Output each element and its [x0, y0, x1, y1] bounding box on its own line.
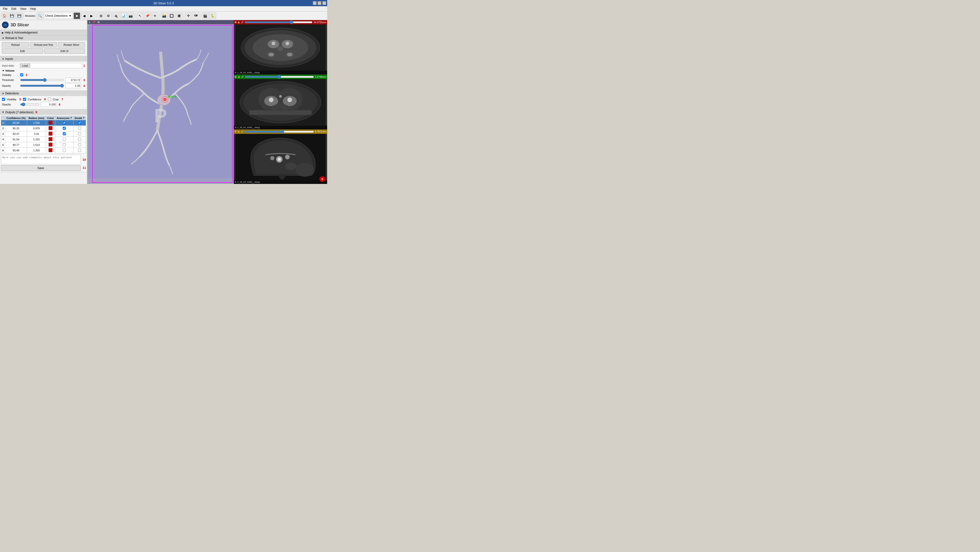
reload-button[interactable]: Reload [2, 42, 29, 48]
input-data-field[interactable] [30, 63, 82, 68]
detect-opacity-value[interactable] [41, 102, 56, 107]
threshold-value[interactable] [65, 78, 81, 83]
restart-slicer-button[interactable]: Restart Slicer [58, 42, 85, 48]
aneurysm-checkbox[interactable] [63, 143, 66, 146]
axial-slider[interactable] [245, 21, 313, 24]
detect-confidence-checkbox[interactable] [23, 98, 26, 101]
edit-ui-button[interactable]: Edit UI [44, 48, 85, 54]
doubt-cell[interactable] [73, 126, 86, 131]
toolbar-dark-btn[interactable]: ■ [73, 13, 80, 19]
save-button[interactable]: Save [1, 165, 81, 171]
section-detections-header[interactable]: ▼ Detections [0, 91, 87, 96]
opacity-slider[interactable] [20, 84, 64, 87]
doubt-checkbox[interactable] [78, 143, 81, 146]
annotation-7: 7 [62, 97, 63, 101]
toolbar-volume-button[interactable]: 📊 [120, 13, 127, 19]
doubt-cell[interactable] [73, 142, 86, 148]
section-help-header[interactable]: ▶ Help & Acknowledgement [0, 30, 87, 35]
detect-opacity-slider[interactable] [20, 103, 39, 106]
aneurysm-cell[interactable] [55, 137, 73, 142]
coronal-link-icon: 🔗 [241, 76, 244, 78]
toolbar-ext-button[interactable]: 🔌 [113, 13, 119, 19]
toolbar-save-button[interactable]: 💾 [8, 13, 15, 19]
toolbar-plus-button[interactable]: ✛ [185, 13, 192, 19]
maximize-button[interactable]: □ [318, 1, 321, 5]
aneurysm-checkbox[interactable] [63, 121, 66, 124]
toolbar-layout-button[interactable]: ⊞ [98, 13, 104, 19]
visibility-checkbox[interactable] [20, 73, 23, 76]
menu-file[interactable]: File [1, 7, 10, 11]
doubt-cell[interactable] [73, 120, 86, 126]
aneurysm-checkbox[interactable] [63, 127, 66, 130]
doubt-checkbox[interactable] [78, 149, 81, 152]
coronal-slider[interactable] [245, 75, 314, 78]
doubt-checkbox[interactable] [78, 132, 81, 135]
toolbar-nav-button[interactable]: 🗺 [192, 13, 199, 19]
menu-view[interactable]: View [18, 7, 28, 11]
table-row[interactable]: 6 93.40 1.310 [1, 148, 86, 153]
module-dropdown[interactable]: Check Detections ▼ [44, 13, 73, 19]
threshold-slider[interactable] [20, 78, 64, 82]
toolbar-capture-button[interactable]: 📸 [161, 13, 168, 19]
opacity-value[interactable] [65, 83, 81, 88]
section-inputs-header[interactable]: ▼ Inputs [0, 56, 87, 62]
toolbar-dicom-button[interactable]: 📷 [127, 13, 134, 19]
reload-and-test-button[interactable]: Reload and Test [30, 42, 57, 48]
menu-edit[interactable]: Edit [10, 7, 18, 11]
doubt-checkbox[interactable] [78, 138, 81, 141]
table-row[interactable]: 1 99.88 1.558 [1, 120, 86, 126]
aneurysm-cell[interactable] [55, 148, 73, 153]
aneurysm-cell[interactable] [55, 142, 73, 148]
doubt-checkbox[interactable] [78, 127, 81, 130]
toolbar-mark-button[interactable]: 📌 [144, 13, 151, 19]
comments-textarea[interactable] [1, 155, 81, 164]
section-reload-header[interactable]: ▼ Reload & Test [0, 35, 87, 41]
table-row[interactable]: 5 84.77 1.513 [1, 142, 86, 148]
toolbar-separator-6 [200, 13, 201, 19]
axial-mri-svg [234, 24, 327, 71]
close-circle-button[interactable]: ✕ [320, 176, 325, 182]
minimize-button[interactable]: — [313, 1, 317, 5]
table-row[interactable]: 4 91.54 1.315 [1, 137, 86, 142]
center-viewport[interactable]: 1 📌 ⊞ [88, 20, 234, 184]
toolbar-3d-button[interactable]: 🔲 [169, 13, 175, 19]
dropdown-arrow-icon[interactable]: ▼ [69, 14, 72, 17]
window-title: 3D Slicer 5.0.3 [153, 2, 173, 5]
sagittal-mri-svg [234, 134, 327, 180]
edit-button[interactable]: Edit [2, 48, 43, 54]
volume-label[interactable]: ▼ Volume [2, 69, 85, 72]
menu-help[interactable]: Help [28, 7, 38, 11]
aneurysm-checkbox[interactable] [63, 149, 66, 152]
aneurysm-cell[interactable] [55, 120, 73, 126]
doubt-checkbox[interactable] [78, 121, 81, 124]
search-module-button[interactable]: 🔍 [37, 13, 43, 19]
aneurysm-checkbox[interactable] [63, 132, 66, 135]
detect-crop-checkbox[interactable] [48, 98, 51, 101]
table-row[interactable]: 2 95.25 0.979 [1, 126, 86, 131]
toolbar-crosshair-button[interactable]: ✛ [151, 13, 158, 19]
toolbar-pointer-button[interactable]: ↖ [137, 13, 143, 19]
aneurysm-cell[interactable] [55, 131, 73, 137]
toolbar-python-button[interactable]: 🐍 [209, 13, 216, 19]
detect-visibility-checkbox[interactable] [2, 98, 5, 101]
toolbar-home-button[interactable]: 🏠 [1, 13, 8, 19]
toolbar-save2-button[interactable]: 💾 [16, 13, 22, 19]
opacity-label: Opacity [2, 84, 19, 87]
load-button[interactable]: Load [20, 64, 30, 68]
sagittal-slider[interactable] [245, 130, 314, 134]
doubt-cell[interactable] [73, 148, 86, 153]
close-button[interactable]: ✕ [322, 1, 326, 5]
toolbar-settings-button[interactable]: ⚙ [105, 13, 112, 19]
table-row[interactable]: 3 93.47 3.16 [1, 131, 86, 137]
toolbar-back-button[interactable]: ◀ [81, 13, 88, 19]
aneurysm-checkbox[interactable] [63, 138, 66, 141]
toolbar-3d2-button[interactable]: 🔳 [176, 13, 183, 19]
aneurysm-cell[interactable] [55, 126, 73, 131]
doubt-cell[interactable] [73, 137, 86, 142]
section-outputs-header[interactable]: ▼ Outputs (7 detections) 9 [0, 110, 87, 115]
doubt-cell[interactable] [73, 131, 86, 137]
toolbar-scene-button[interactable]: 🎬 [202, 13, 208, 19]
toolbar-forward-button[interactable]: ▶ [88, 13, 95, 19]
svg-point-13 [272, 42, 275, 45]
coronal-slice-header: G 🔒 🔗 3.3749mm [234, 75, 327, 79]
